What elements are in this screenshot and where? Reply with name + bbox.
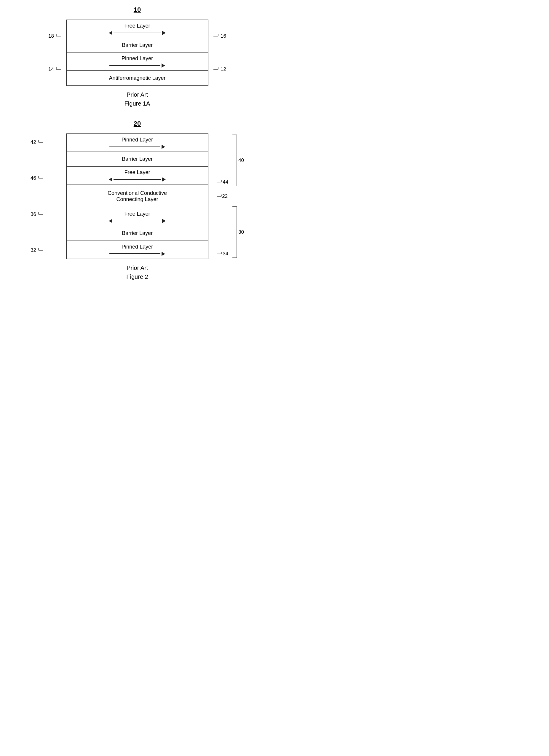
- ref-34: 34: [223, 251, 228, 257]
- ref-36: 36: [31, 211, 36, 217]
- ref-44: 44: [223, 179, 228, 185]
- arrow-right-2: [162, 63, 165, 68]
- brace-30-svg: [230, 205, 238, 259]
- pinned-layer-content: Pinned Layer: [109, 55, 165, 68]
- ref-44-container: 44: [216, 179, 228, 185]
- ref-42: 42: [31, 139, 36, 145]
- fig1a-right-refs: 16 12: [212, 20, 226, 86]
- layer-afm-1a: Antiferromagnetic Layer: [67, 71, 208, 85]
- fig2-stack: Pinned Layer Barrier Layer Free Layer: [66, 133, 209, 259]
- ref-46: 46: [31, 175, 36, 181]
- arrow-line-fb: [114, 221, 161, 222]
- ref-14: 14: [48, 66, 54, 72]
- ref-34-line: [216, 252, 222, 256]
- fig1a-caption: Prior Art Figure 1A: [125, 90, 150, 108]
- layer-conv: Conventional ConductiveConnecting Layer: [67, 184, 208, 208]
- arrow-right-1: [162, 31, 166, 35]
- arrow-line-pb: [109, 253, 160, 254]
- pinned-top-arrow: [109, 145, 165, 149]
- free-bot-arrow: [109, 219, 166, 223]
- fig1a-number: 10: [134, 6, 141, 14]
- ref-32: 32: [31, 247, 36, 253]
- layer-pinned-top: Pinned Layer: [67, 134, 208, 152]
- layer-pinned-bot: Pinned Layer: [67, 241, 208, 259]
- barrier-top-label: Barrier Layer: [122, 156, 153, 162]
- layer-barrier-1a: Barrier Layer: [67, 38, 208, 53]
- arrow-right-ft: [162, 177, 166, 182]
- ref-42-container: 42: [31, 139, 44, 145]
- fig1a-stack: Free Layer Barrier Layer Pinned: [66, 20, 209, 86]
- free-bot-label: Free Layer: [124, 211, 150, 217]
- fig2-number: 20: [134, 120, 141, 128]
- arrow-left-ft: [109, 177, 112, 182]
- layer-barrier-top: Barrier Layer: [67, 152, 208, 167]
- free-layer-content: Free Layer: [109, 23, 166, 35]
- ref-22-container: 22: [216, 187, 228, 206]
- fig2-right-refs: 44 40: [216, 133, 244, 259]
- conv-content: Conventional ConductiveConnecting Layer: [108, 190, 167, 203]
- page-container: 10 18 14: [12, 6, 263, 281]
- ref-12: 12: [221, 66, 226, 72]
- layer-free-top: Free Layer: [67, 167, 208, 184]
- ref-30: 30: [238, 229, 244, 235]
- free-layer-label: Free Layer: [124, 23, 150, 29]
- free-layer-arrow: [109, 31, 166, 35]
- barrier-bot-label: Barrier Layer: [122, 230, 153, 236]
- pinned-bot-label: Pinned Layer: [122, 244, 153, 250]
- ref-32-line: [37, 247, 44, 253]
- pinned-bot-arrow: [109, 252, 165, 256]
- arrow-line-2: [109, 65, 160, 66]
- free-top-label: Free Layer: [124, 169, 150, 176]
- ref-34-container: 34: [216, 251, 228, 257]
- arrow-line-ft: [114, 179, 161, 180]
- ref-18-line: [55, 33, 62, 39]
- figure-2-section: 20 42 46: [12, 120, 263, 281]
- bracket-40: 40: [230, 133, 244, 187]
- ref-44-line: [216, 180, 222, 184]
- pinned-bot-content: Pinned Layer: [109, 244, 165, 256]
- bracket-30: 30: [230, 205, 244, 259]
- arrow-right-fb: [162, 219, 166, 223]
- ref-36-container: 36: [31, 211, 44, 217]
- ref-14-container: 14: [48, 66, 62, 72]
- ref-46-line: [37, 175, 44, 181]
- layer-free-bot: Free Layer: [67, 208, 208, 226]
- arrow-right-pt: [162, 145, 165, 149]
- ref-12-line: [212, 66, 219, 72]
- pinned-top-label: Pinned Layer: [122, 137, 153, 143]
- figure-1a-section: 10 18 14: [12, 6, 263, 108]
- fig1a-diagram: 18 14: [45, 20, 229, 86]
- ref-14-line: [55, 66, 62, 72]
- ref-16-line: [212, 33, 219, 39]
- sub-labels-40: 44: [216, 133, 230, 187]
- ref-40: 40: [238, 157, 244, 163]
- fig2-left-refs: 42 46 36: [31, 133, 44, 259]
- brace-40-svg: [230, 133, 238, 187]
- ref-32-container: 32: [31, 247, 44, 253]
- ref-16-container: 16: [212, 33, 226, 39]
- ref-46-container: 46: [31, 175, 44, 181]
- fig2-diagram: 42 46 36: [31, 133, 244, 259]
- group-30: 34 30: [216, 205, 244, 259]
- fig1a-left-refs: 18 14: [48, 20, 62, 86]
- ref-18-container: 18: [48, 33, 62, 39]
- ref-22-line: [216, 193, 222, 199]
- ref-22: 22: [222, 193, 228, 199]
- pinned-layer-arrow: [109, 63, 165, 68]
- arrow-right-pb: [162, 252, 165, 256]
- conv-label: Conventional ConductiveConnecting Layer: [108, 190, 167, 203]
- afm-layer-label: Antiferromagnetic Layer: [109, 75, 166, 81]
- pinned-layer-label: Pinned Layer: [122, 55, 153, 62]
- ref-18: 18: [48, 33, 54, 39]
- free-top-arrow: [109, 177, 166, 182]
- sub-labels-30: 34: [216, 205, 230, 259]
- arrow-line-1: [114, 33, 161, 34]
- ref-42-line: [37, 139, 44, 145]
- ref-12-container: 12: [212, 66, 226, 72]
- pinned-top-content: Pinned Layer: [109, 137, 165, 149]
- group-40: 44 40: [216, 133, 244, 187]
- layer-pinned-1a: Pinned Layer: [67, 53, 208, 71]
- layer-free-1a: Free Layer: [67, 20, 208, 38]
- arrow-left-1: [109, 31, 112, 35]
- ref-16: 16: [221, 33, 226, 39]
